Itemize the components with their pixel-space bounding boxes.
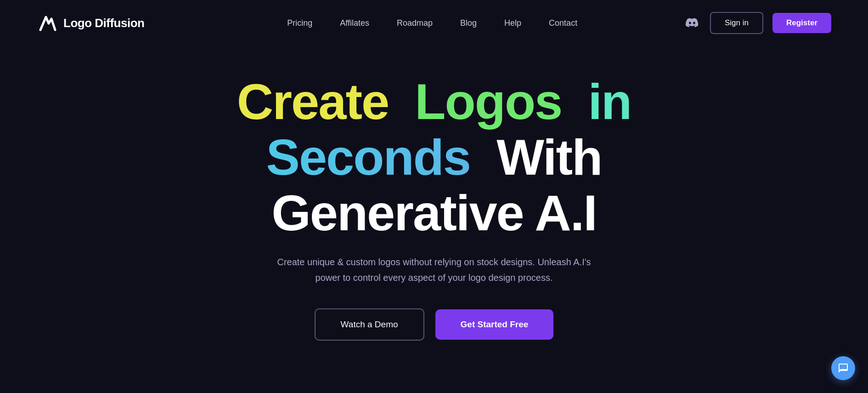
- nav-link-roadmap[interactable]: Roadmap: [397, 18, 433, 28]
- nav-link-affilates[interactable]: Affilates: [340, 18, 369, 28]
- title-word-with: With: [496, 129, 602, 185]
- navbar: Logo Diffusion Pricing Affilates Roadmap…: [0, 0, 868, 46]
- nav-links: Pricing Affilates Roadmap Blog Help Cont…: [287, 18, 577, 28]
- nav-left: Logo Diffusion: [37, 12, 144, 34]
- hero-section: Create Logos in Seconds With Generative …: [0, 46, 868, 341]
- hero-title: Create Logos in Seconds With Generative …: [237, 74, 631, 240]
- nav-right: Sign in Register: [683, 12, 831, 34]
- hero-buttons: Watch a Demo Get Started Free: [315, 308, 554, 341]
- chat-bubble[interactable]: [831, 356, 855, 380]
- title-word-seconds: Seconds: [266, 129, 470, 185]
- logo-text: Logo Diffusion: [63, 16, 144, 30]
- hero-subtitle: Create unique & custom logos without rel…: [273, 254, 595, 285]
- nav-link-contact[interactable]: Contact: [549, 18, 577, 28]
- register-button[interactable]: Register: [772, 13, 831, 33]
- nav-link-blog[interactable]: Blog: [460, 18, 477, 28]
- title-generative-ai: Generative A.I: [271, 184, 597, 241]
- get-started-button[interactable]: Get Started Free: [435, 309, 554, 340]
- logo-icon: [37, 12, 58, 34]
- discord-icon[interactable]: [683, 14, 701, 32]
- signin-button[interactable]: Sign in: [710, 12, 763, 34]
- nav-link-pricing[interactable]: Pricing: [287, 18, 312, 28]
- title-word-logos: Logos: [415, 73, 562, 130]
- title-word-create: Create: [237, 73, 389, 130]
- nav-link-help[interactable]: Help: [504, 18, 521, 28]
- title-word-in: in: [588, 73, 631, 130]
- watch-demo-button[interactable]: Watch a Demo: [315, 308, 424, 341]
